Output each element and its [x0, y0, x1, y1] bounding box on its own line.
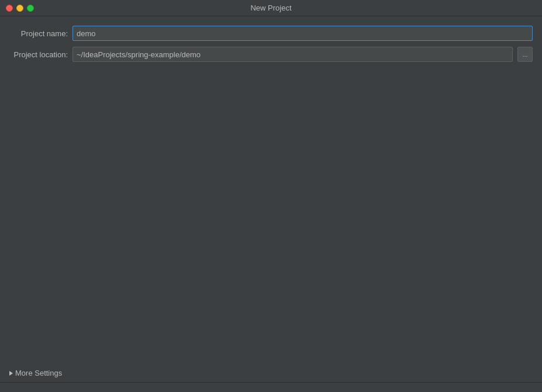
window-title: New Project	[250, 4, 291, 12]
project-name-row: Project name:	[9, 26, 533, 41]
form-section: Project name: Project location: ...	[9, 26, 533, 62]
project-name-label: Project name:	[9, 29, 68, 38]
more-settings-section[interactable]: More Settings	[9, 364, 533, 382]
content-area	[9, 62, 533, 364]
maximize-button[interactable]	[27, 5, 34, 12]
more-settings-arrow-icon	[9, 371, 13, 376]
project-location-row: Project location: ...	[9, 47, 533, 62]
minimize-button[interactable]	[16, 5, 23, 12]
project-name-input[interactable]	[73, 26, 533, 41]
dialog-body: Project name: Project location: ... More…	[0, 16, 542, 392]
window-controls	[6, 5, 34, 12]
divider	[0, 382, 542, 383]
project-location-label: Project location:	[9, 50, 68, 59]
project-location-input[interactable]	[73, 47, 513, 62]
more-settings-label: More Settings	[15, 369, 62, 377]
title-bar: New Project	[0, 0, 542, 16]
browse-button[interactable]: ...	[517, 47, 533, 62]
close-button[interactable]	[6, 5, 13, 12]
